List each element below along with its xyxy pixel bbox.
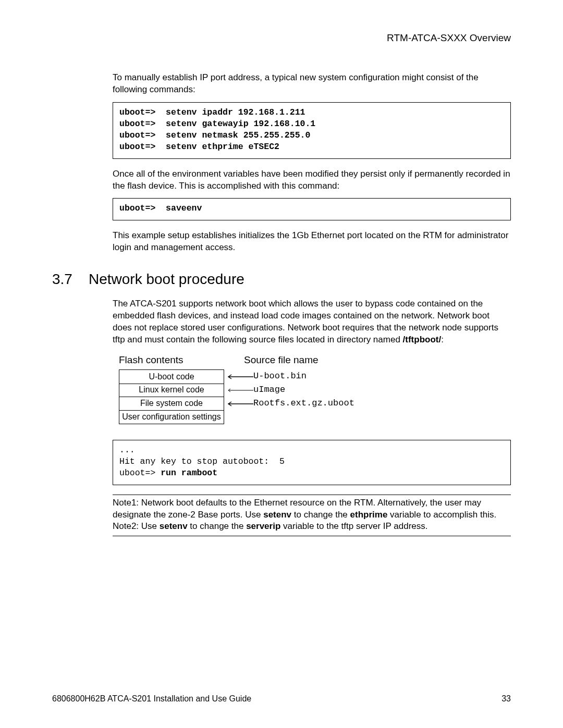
flash-diagram: Flash contents Source file name U-boot c… xyxy=(119,353,511,424)
var-serverip: serverip xyxy=(246,521,280,531)
note-1: Note1: Network boot defaults to the Ethe… xyxy=(113,497,511,521)
header-title: RTM-ATCA-SXXX Overview xyxy=(387,32,511,43)
footer-left: 6806800H62B ATCA-S201 Installation and U… xyxy=(52,693,251,705)
txt: to change the xyxy=(291,510,350,520)
netboot-paragraph: The ATCA-S201 supports network boot whic… xyxy=(113,298,511,346)
code-block-ipconfig: uboot=> setenv ipaddr 192.168.1.211 uboo… xyxy=(113,102,511,159)
intro-paragraph: To manually establish IP port address, a… xyxy=(113,72,511,96)
diagram-row: File system code Rootfs.ext.gz.uboot xyxy=(119,397,511,411)
source-file-rootfs: Rootfs.ext.gz.uboot xyxy=(253,398,354,410)
cmd-setenv: setenv xyxy=(160,521,188,531)
txt: Note2: Use xyxy=(113,521,160,531)
txt: : xyxy=(441,335,444,344)
section-title: Network boot procedure xyxy=(89,269,244,289)
txt: to change the xyxy=(188,521,246,531)
diagram-headers: Flash contents Source file name xyxy=(119,353,511,367)
example-paragraph: This example setup establishes initializ… xyxy=(113,230,511,254)
page: RTM-ATCA-SXXX Overview To manually estab… xyxy=(0,0,563,728)
flash-cell-filesystem: File system code xyxy=(119,397,224,411)
arrow-icon xyxy=(224,388,253,393)
diagram-row: Linux kernel code uImage xyxy=(119,384,511,397)
tftpboot-path: /tftpboot/ xyxy=(403,335,442,344)
body-column-2: The ATCA-S201 supports network boot whic… xyxy=(113,298,511,536)
page-header: RTM-ATCA-SXXX Overview xyxy=(52,31,511,45)
txt: variable to the tftp server IP address. xyxy=(280,521,427,531)
notes-block: Note1: Network boot defaults to the Ethe… xyxy=(113,495,511,537)
code-text: uboot=> setenv ipaddr 192.168.1.211 uboo… xyxy=(119,107,315,152)
diagram-row: U-boot code U-boot.bin xyxy=(119,370,511,384)
body-column: To manually establish IP port address, a… xyxy=(113,72,511,254)
page-footer: 6806800H62B ATCA-S201 Installation and U… xyxy=(52,693,511,705)
code-cmd: run ramboot xyxy=(161,468,217,478)
diagram-row: User configuration settings xyxy=(119,411,511,424)
code-block-saveenv: uboot=> saveenv xyxy=(113,198,511,220)
flash-cell-uboot: U-boot code xyxy=(119,369,224,384)
cmd-setenv: setenv xyxy=(263,510,291,520)
source-file-uboot: U-boot.bin xyxy=(253,371,307,382)
code-block-ramboot: ... Hit any key to stop autoboot: 5 uboo… xyxy=(113,440,511,485)
flash-cell-userconfig: User configuration settings xyxy=(119,410,224,424)
diagram-header-right: Source file name xyxy=(244,353,319,367)
section-heading: 3.7 Network boot procedure xyxy=(52,269,511,289)
flash-cell-kernel: Linux kernel code xyxy=(119,383,224,397)
section-number: 3.7 xyxy=(52,269,89,289)
diagram-header-left: Flash contents xyxy=(119,353,223,367)
arrow-icon xyxy=(224,374,253,379)
code-text: uboot=> saveenv xyxy=(119,203,202,213)
note-2: Note2: Use setenv to change the serverip… xyxy=(113,521,511,533)
var-ethprime: ethprime xyxy=(350,510,388,520)
txt: variable to accomplish this. xyxy=(387,510,496,520)
arrow-icon xyxy=(224,401,253,406)
persist-paragraph: Once all of the environment variables ha… xyxy=(113,168,511,192)
footer-page-number: 33 xyxy=(501,693,511,705)
source-file-uimage: uImage xyxy=(253,384,285,396)
